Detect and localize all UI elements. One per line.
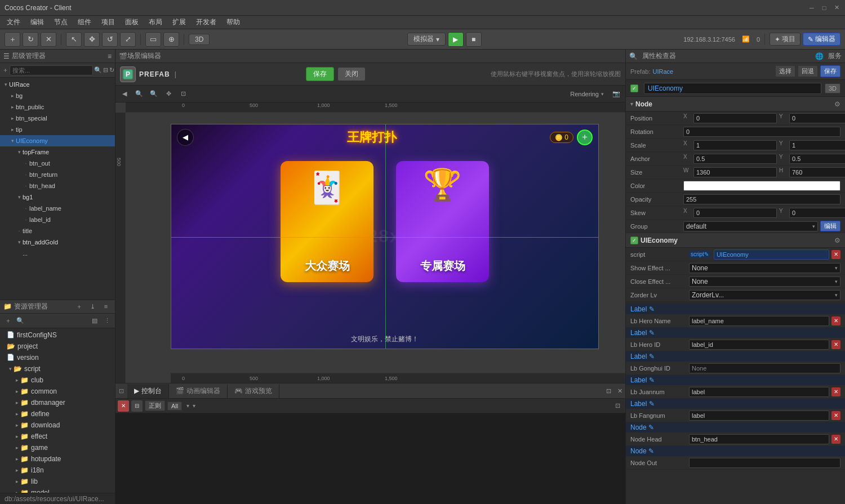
arrow-dbmanager[interactable]: ▸: [14, 399, 20, 406]
rotation-input[interactable]: [683, 127, 840, 137]
script-del-button[interactable]: ✕: [831, 250, 840, 259]
tree-item-more[interactable]: ...: [0, 248, 115, 259]
lb-juannum-input[interactable]: [689, 387, 829, 397]
hierarchy-content[interactable]: ▾ UIRace ▸ bg ▸ btn_public ▸ btn_special: [0, 78, 115, 300]
filter-console-button[interactable]: ⊟: [131, 400, 143, 412]
menu-layout[interactable]: 布局: [144, 16, 167, 28]
expand-arrow-btn-public[interactable]: ▸: [9, 104, 16, 110]
position-x-input[interactable]: [693, 113, 777, 123]
expand-arrow-tip[interactable]: ▸: [9, 126, 16, 133]
scene-viewport[interactable]: 0 500 1,000 1,500 500 藏宝库 28xin.com: [115, 102, 625, 383]
scene-zoom-in-button[interactable]: 🔍: [132, 88, 146, 100]
arrow-download[interactable]: ▸: [14, 422, 20, 429]
size-h-input[interactable]: [789, 167, 845, 177]
menu-developer[interactable]: 开发者: [192, 16, 221, 28]
regex-toggle[interactable]: 正则: [145, 400, 165, 411]
add-asset-button[interactable]: ＋: [73, 301, 84, 312]
tree-item-topframe[interactable]: ▾ topFrame: [0, 146, 115, 158]
menu-project[interactable]: 项目: [97, 16, 119, 28]
menu-extend[interactable]: 扩展: [168, 16, 190, 28]
expand-arrow-uieconomy[interactable]: ▾: [9, 137, 16, 144]
group-dropdown[interactable]: default ▾: [683, 221, 818, 231]
lb-hero-id-del[interactable]: ✕: [831, 340, 840, 349]
node-section-header[interactable]: ▾ Node ⚙: [626, 97, 845, 111]
all-filter[interactable]: All: [167, 402, 182, 411]
maximize-panel-button[interactable]: ⊡: [603, 385, 614, 396]
position-y-input[interactable]: [789, 113, 845, 123]
close-panel-button[interactable]: ✕: [614, 385, 625, 396]
3d-toggle[interactable]: 3D: [189, 34, 210, 45]
menu-panel[interactable]: 面板: [121, 16, 143, 28]
script-input[interactable]: [714, 249, 829, 260]
show-effect-dropdown[interactable]: None ▾: [689, 263, 840, 273]
component-check[interactable]: ✓: [630, 237, 638, 244]
asset-item-download[interactable]: ▸ 📁 download: [0, 420, 115, 431]
arrow-lib[interactable]: ▸: [14, 478, 20, 485]
search-icon[interactable]: 🔍: [94, 65, 102, 76]
node-gear-icon[interactable]: ⚙: [834, 100, 840, 108]
node-3d-button[interactable]: 3D: [825, 83, 840, 93]
expand-arrow-script[interactable]: ▾: [7, 365, 14, 372]
node-name-input[interactable]: [644, 83, 821, 94]
tree-item-btn-addgold[interactable]: ▾ btn_addGold: [0, 237, 115, 248]
add-button[interactable]: ＋: [5, 32, 20, 47]
add-node-button[interactable]: ＋: [2, 65, 8, 76]
menu-node[interactable]: 节点: [50, 16, 72, 28]
skew-x-input[interactable]: [693, 208, 777, 218]
camera-button[interactable]: 📷: [610, 88, 623, 100]
asset-options-btn[interactable]: ⋮: [101, 315, 113, 326]
collapse-icon[interactable]: ≡: [108, 52, 112, 60]
node-active-checkbox[interactable]: ✓: [630, 84, 638, 92]
group-edit-button[interactable]: 编辑: [820, 221, 840, 231]
arrow-club[interactable]: ▸: [14, 377, 20, 383]
tab-game-preview[interactable]: 🎮 游戏预览: [228, 384, 279, 398]
tree-item-bg1[interactable]: ▾ bg1: [0, 191, 115, 203]
asset-item-script[interactable]: ▾ 📂 script: [0, 363, 115, 374]
menu-file[interactable]: 文件: [2, 16, 25, 28]
node-head-del[interactable]: ✕: [831, 435, 840, 444]
arrow-i18n[interactable]: ▸: [14, 467, 20, 474]
arrow-hotupdate[interactable]: ▸: [14, 456, 20, 462]
asset-item-hotupdate[interactable]: ▸ 📁 hotupdate: [0, 453, 115, 465]
lb-fangnum-input[interactable]: [689, 411, 829, 421]
asset-item-define[interactable]: ▸ 📁 define: [0, 408, 115, 420]
asset-add-btn[interactable]: ＋: [2, 315, 14, 326]
delete-button[interactable]: ✕: [41, 32, 56, 47]
simulator-button[interactable]: 模拟器 ▾: [407, 33, 446, 46]
anchor-x-input[interactable]: [693, 154, 777, 164]
tree-item-btn-out[interactable]: · btn_out: [0, 158, 115, 169]
arrow-game[interactable]: ▸: [14, 444, 20, 451]
editor-button[interactable]: ✎ 编辑器: [803, 33, 840, 46]
expand-arrow-uirace[interactable]: ▾: [2, 81, 9, 88]
asset-item-game[interactable]: ▸ 📁 game: [0, 442, 115, 453]
close-button[interactable]: ✕: [833, 4, 840, 12]
zorder-dropdown[interactable]: ZorderLv... ▾: [689, 290, 840, 300]
tab-animation-editor[interactable]: 🎬 动画编辑器: [169, 384, 228, 398]
rendering-dropdown-icon[interactable]: ▾: [601, 91, 604, 97]
add-button[interactable]: ＋: [577, 130, 593, 145]
menu-edit[interactable]: 编辑: [26, 16, 48, 28]
lb-hero-name-input[interactable]: [689, 316, 829, 326]
menu-help[interactable]: 帮助: [222, 16, 244, 28]
close-prefab-button[interactable]: 关闭: [337, 67, 366, 81]
asset-item-project[interactable]: 📂 project: [0, 341, 115, 352]
asset-content[interactable]: 📄 firstConfigNS 📂 project 📄 version ▾ 📂: [0, 328, 115, 493]
stop-button[interactable]: ■: [466, 32, 482, 47]
arrow-effect[interactable]: ▸: [14, 433, 20, 440]
rect-tool[interactable]: ▭: [145, 32, 161, 47]
expand-arrow-bg1[interactable]: ▾: [16, 194, 23, 200]
refresh-button[interactable]: ↻: [23, 32, 38, 47]
play-button[interactable]: ▶: [448, 32, 464, 47]
expand-arrow-bg[interactable]: ▸: [9, 92, 16, 99]
asset-item-firstconfig[interactable]: 📄 firstConfigNS: [0, 329, 115, 341]
anchor-tool[interactable]: ⊕: [163, 32, 179, 47]
lb-hero-name-del[interactable]: ✕: [831, 316, 840, 325]
anchor-y-input[interactable]: [789, 154, 845, 164]
arrow-common[interactable]: ▸: [14, 388, 20, 395]
uieconomy-section-header[interactable]: ✓ UIEconomy ⚙: [626, 233, 845, 248]
uieconomy-gear-icon[interactable]: ⚙: [834, 237, 840, 244]
minimize-button[interactable]: ─: [808, 4, 816, 12]
tree-item-btn-special[interactable]: ▸ btn_special: [0, 113, 115, 124]
maximize-button[interactable]: □: [820, 4, 828, 12]
lb-gonghui-input[interactable]: [689, 363, 840, 373]
